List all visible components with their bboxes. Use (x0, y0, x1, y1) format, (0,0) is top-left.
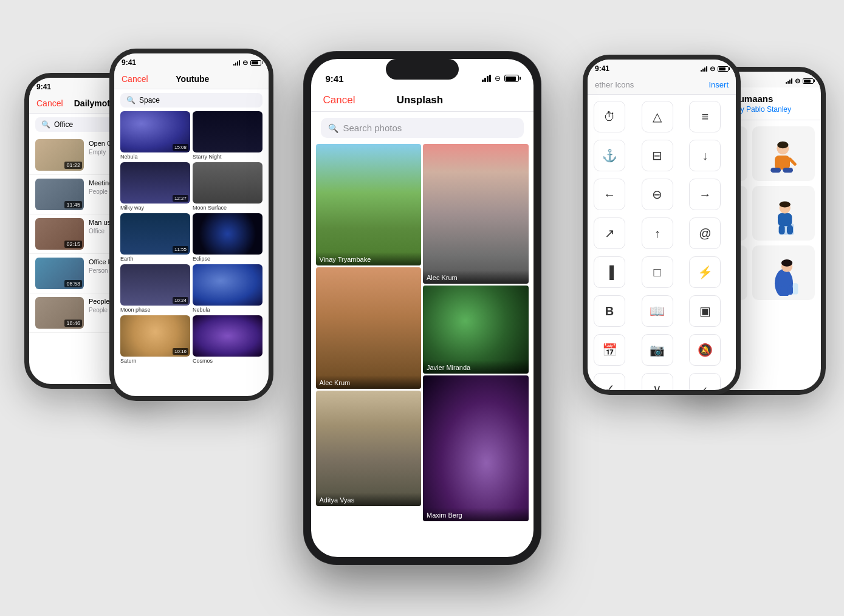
icon-cell[interactable]: ▣ (689, 295, 721, 327)
icons-nav: ether Icons Insert (588, 75, 736, 95)
svg-rect-22 (778, 213, 792, 226)
youtube-item[interactable]: 15:08 Nebula (120, 111, 190, 160)
icon-cell[interactable]: → (689, 179, 721, 210)
main-time: 9:41 (326, 74, 344, 84)
youtube-item[interactable]: 11:55 Earth (120, 213, 190, 262)
photo-item[interactable]: Alec Krum (316, 267, 422, 389)
photo-caption: Alec Krum (316, 375, 422, 389)
svg-rect-38 (781, 286, 786, 295)
phone-main: 9:41 ⊖ Cancel Unsplash 🔍 (304, 52, 541, 564)
youtube-time: 9:41 (122, 58, 136, 67)
icons-panel: ⏱ △ ≡ ⚓ ⊟ ↓ ← ⊖ → ↗ ↑ @ ▐ □ ⚡ B 📖 ▣ 📅 📷 … (588, 95, 736, 395)
dailymotion-time: 9:41 (36, 83, 51, 91)
photo-caption: Maxim Berg (423, 508, 529, 521)
svg-rect-7 (775, 156, 790, 169)
icon-cell[interactable]: ↓ (689, 140, 721, 171)
youtube-nav: Cancel Youtube (114, 69, 269, 89)
icon-cell[interactable]: ⏱ (594, 101, 625, 132)
youtube-search-icon: 🔍 (126, 96, 136, 104)
huumaans-item[interactable] (752, 186, 815, 241)
photo-caption: Javier Miranda (423, 360, 529, 374)
icon-cell[interactable]: □ (642, 256, 673, 288)
icon-cell[interactable]: B (594, 295, 625, 327)
youtube-item[interactable]: Moon Surface (193, 162, 262, 211)
icon-cell[interactable]: ← (594, 179, 625, 210)
youtube-status-bar: 9:41 ⊖ (114, 53, 269, 69)
icon-cell[interactable]: ⚡ (689, 256, 721, 288)
youtube-cancel[interactable]: Cancel (122, 74, 148, 84)
photo-caption: Vinay Tryambake (316, 252, 422, 265)
youtube-grid: 15:08 Nebula Starry Night 12:27 Milky wa… (114, 111, 269, 364)
icon-cell[interactable]: 📖 (642, 295, 673, 327)
youtube-title: Youtube (176, 74, 209, 84)
svg-point-37 (781, 259, 792, 267)
icon-cell[interactable]: ≡ (689, 101, 721, 132)
signal-bars (482, 75, 491, 82)
phone-youtube: 9:41 ⊖ Cancel Youtube 🔍 Space 15:08 Nebu… (109, 49, 273, 401)
wifi-icon: ⊖ (495, 74, 501, 83)
youtube-search-value: Space (139, 96, 160, 104)
icon-cell[interactable]: 📅 (594, 334, 625, 366)
icon-cell[interactable]: ∨ (642, 373, 673, 395)
main-search-placeholder: Search photos (343, 123, 402, 133)
photo-caption: Alec Krum (423, 270, 529, 284)
phone-icons: 9:41 ⊖ ether Icons Insert ⏱ △ ≡ ⚓ ⊟ ↓ ← … (583, 55, 741, 395)
icon-cell[interactable]: ↗ (594, 217, 625, 249)
icon-cell[interactable]: @ (689, 217, 721, 249)
photo-item[interactable]: Maxim Berg (423, 375, 529, 521)
icon-grid: ⏱ △ ≡ ⚓ ⊟ ↓ ← ⊖ → ↗ ↑ @ ▐ □ ⚡ B 📖 ▣ 📅 📷 … (594, 101, 730, 395)
icon-cell[interactable]: ▐ (594, 256, 625, 288)
youtube-item[interactable]: 10:24 Moon phase (120, 264, 190, 313)
svg-rect-10 (770, 168, 781, 173)
huumaans-author[interactable]: Pablo Stanley (746, 105, 791, 114)
youtube-item[interactable]: 10:16 Saturn (120, 315, 190, 364)
huumaans-item[interactable] (752, 126, 815, 181)
youtube-item[interactable]: 12:27 Milky way (120, 162, 190, 211)
youtube-search[interactable]: 🔍 Space (120, 93, 262, 108)
svg-line-12 (790, 159, 795, 163)
icon-cell[interactable]: ✓ (594, 373, 625, 395)
photo-item[interactable]: Javier Miranda (423, 286, 529, 374)
youtube-item[interactable]: Nebula (193, 264, 262, 313)
main-search-icon: 🔍 (328, 123, 338, 133)
photo-item[interactable]: Alec Krum (423, 144, 529, 284)
photo-col-right: Alec Krum Javier Miranda Maxim Berg (423, 144, 529, 557)
phone-shell: 9:41 ⊖ Cancel Unsplash 🔍 (304, 52, 541, 564)
svg-point-24 (779, 201, 790, 207)
dailymotion-cancel[interactable]: Cancel (36, 98, 63, 108)
icon-cell[interactable]: ↑ (642, 217, 673, 249)
svg-rect-39 (787, 286, 792, 295)
photo-item[interactable]: Aditya Vyas (316, 391, 422, 506)
phone-notch (386, 59, 459, 80)
youtube-item[interactable]: Starry Night (193, 111, 262, 160)
huumaans-item[interactable] (752, 245, 815, 300)
icon-cell[interactable]: 🔕 (689, 334, 721, 366)
main-title: Unsplash (397, 94, 444, 106)
icon-cell[interactable]: ‹ (689, 373, 721, 395)
battery-fill (506, 77, 516, 81)
icons-nav-title: ether Icons (595, 80, 634, 89)
photo-item[interactable]: Vinay Tryambake (316, 144, 422, 265)
icon-cell[interactable]: ⚓ (594, 140, 625, 171)
youtube-item[interactable]: Eclipse (193, 213, 262, 262)
battery-icon (504, 75, 519, 82)
icons-insert-button[interactable]: Insert (708, 80, 729, 89)
status-icons: ⊖ (482, 74, 519, 83)
main-search-bar[interactable]: 🔍 Search photos (321, 118, 524, 138)
icon-cell[interactable]: ⊖ (642, 179, 673, 210)
svg-rect-11 (783, 168, 793, 173)
dailymotion-search-icon: 🔍 (41, 120, 50, 129)
icon-cell[interactable]: ⊟ (642, 140, 673, 171)
icon-cell[interactable]: △ (642, 101, 673, 132)
main-photo-grid: Vinay Tryambake Alec Krum Aditya Vyas (311, 144, 534, 557)
svg-rect-25 (778, 225, 784, 234)
photo-col-left: Vinay Tryambake Alec Krum Aditya Vyas (316, 144, 422, 557)
photo-caption: Aditya Vyas (316, 493, 422, 506)
dailymotion-search-value: Office (54, 120, 73, 129)
icon-cell[interactable]: 📷 (642, 334, 673, 366)
main-nav: Cancel Unsplash (311, 89, 534, 112)
main-cancel-button[interactable]: Cancel (323, 94, 355, 106)
icons-status-bar: 9:41 ⊖ (588, 60, 736, 75)
youtube-item[interactable]: Cosmos (193, 315, 262, 364)
svg-rect-26 (787, 225, 793, 234)
